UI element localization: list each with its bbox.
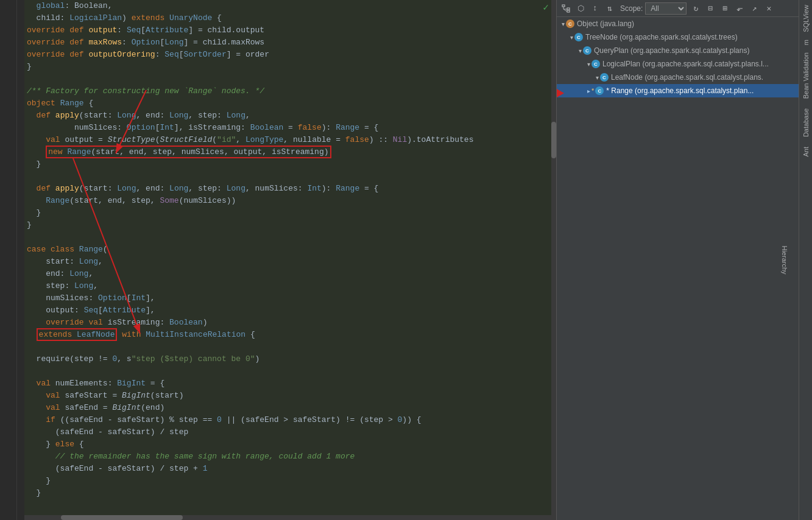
code-line-2: child: LogicalPlan) extends UnaryNode {	[27, 12, 551, 24]
right-panel: ⬡ ↕ ⇅ Scope: All Project ↻ ⊟ ⊞ ⬐ ↗ ✕ ▾ C…	[556, 0, 812, 520]
code-line-def-apply2: def apply(start: Long, end: Long, step: …	[27, 183, 551, 195]
code-line-close1: }	[27, 158, 551, 170]
code-editor: global: Boolean, child: LogicalPlan) ext…	[0, 0, 556, 520]
vertical-scrollbar[interactable]	[551, 0, 556, 520]
code-text-area[interactable]: global: Boolean, child: LogicalPlan) ext…	[24, 0, 551, 520]
tab-sqlview[interactable]: SQLView	[800, 0, 811, 37]
hierarchy-icon[interactable]	[559, 2, 573, 15]
svg-rect-4	[567, 8, 570, 10]
toolbar-btn-3[interactable]: ↕	[588, 2, 602, 15]
code-line-case-class: case class Range(	[27, 244, 551, 256]
tab-database[interactable]: Database	[800, 104, 811, 142]
close-btn[interactable]: ✕	[762, 2, 775, 15]
toolbar-btn-2[interactable]: ⬡	[574, 2, 587, 15]
code-line-3: override def output: Seq[Attribute] = ch…	[27, 24, 551, 37]
scope-label: Scope:	[620, 4, 643, 13]
horizontal-scrollbar[interactable]	[0, 515, 556, 520]
svg-rect-5	[567, 10, 570, 12]
code-line-4: override def maxRows: Option[Long] = chi…	[27, 37, 551, 49]
line-numbers	[0, 0, 17, 520]
code-line-range-call: Range(start, end, step, Some(numSlices))	[27, 195, 551, 207]
collapse-btn[interactable]: ⊟	[704, 2, 717, 15]
layout-btn[interactable]: ⬐	[733, 2, 746, 15]
svg-line-8	[563, 9, 567, 12]
code-line-def-apply1: def apply(start: Long, end: Long, step: …	[27, 110, 551, 122]
tree-label-leafnode: LeafNode (org.apache.spark.sql.catalyst.…	[611, 73, 763, 82]
hierarchy-tab[interactable]: Hierarchy	[780, 245, 788, 274]
left-margin-indicators	[17, 0, 24, 520]
export-btn[interactable]: ↗	[747, 2, 761, 15]
code-line-5: override def outputOrdering: Seq[SortOrd…	[27, 49, 551, 61]
refresh-btn[interactable]: ↻	[689, 2, 702, 15]
code-line-def-apply1b: numSlices: Option[Int], isStreaming: Boo…	[27, 122, 551, 134]
tree-item-leafnode[interactable]: ▾ C LeafNode (org.apache.spark.sql.catal…	[557, 71, 812, 84]
code-line-val-output: val output = StructType(StructField("id"…	[27, 134, 551, 146]
code-line-new-range: new Range(start, end, step, numSlices, o…	[27, 146, 551, 158]
tree-item-treenode[interactable]: ▾ C TreeNode (org.apache.spark.sql.catal…	[557, 30, 812, 44]
scope-dropdown[interactable]: All Project	[645, 2, 687, 15]
tree-item-object[interactable]: ▾ C Object (java.lang)	[557, 17, 812, 30]
tab-m[interactable]: m	[800, 37, 811, 47]
class-hierarchy-tree: ▾ C Object (java.lang) ▾ C TreeNode (org…	[557, 17, 812, 520]
tree-label-treenode: TreeNode (org.apache.spark.sql.catalyst.…	[585, 33, 738, 41]
checkmark-status: ✓	[543, 1, 549, 13]
code-content: global: Boolean, child: LogicalPlan) ext…	[0, 0, 556, 520]
tree-label-queryplan: QueryPlan (org.apache.spark.sql.catalyst…	[594, 46, 749, 55]
code-line-comment: /** Factory for constructing new `Range`…	[27, 85, 551, 97]
tree-label-range: * Range (org.apache.spark.sql.catalyst.p…	[606, 86, 754, 95]
code-line-object: object Range {	[27, 97, 551, 110]
tree-label-object: Object (java.lang)	[577, 19, 634, 28]
vertical-tabs-container: SQLView m Bean Validation Database Ant	[799, 0, 812, 520]
right-panel-toolbar: ⬡ ↕ ⇅ Scope: All Project ↻ ⊟ ⊞ ⬐ ↗ ✕	[557, 0, 812, 17]
svg-rect-3	[562, 5, 565, 7]
code-line-1: global: Boolean,	[27, 0, 551, 12]
tab-bean-validation[interactable]: Bean Validation	[800, 47, 811, 104]
expand-btn[interactable]: ⊞	[718, 2, 732, 15]
toolbar-btn-4[interactable]: ⇅	[603, 2, 616, 15]
tree-item-logicalplan[interactable]: ▾ C LogicalPlan (org.apache.spark.sql.ca…	[557, 57, 812, 71]
tab-ant[interactable]: Ant	[800, 142, 811, 162]
code-line-extends-leafnode: extends LeafNode with MultiInstanceRelat…	[27, 329, 551, 341]
tree-label-logicalplan: LogicalPlan (org.apache.spark.sql.cataly…	[602, 60, 769, 68]
tree-item-queryplan[interactable]: ▾ C QueryPlan (org.apache.spark.sql.cata…	[557, 44, 812, 57]
tree-item-range[interactable]: ▸ * C * Range (org.apache.spark.sql.cata…	[557, 84, 812, 97]
code-line-6: }	[27, 61, 551, 73]
